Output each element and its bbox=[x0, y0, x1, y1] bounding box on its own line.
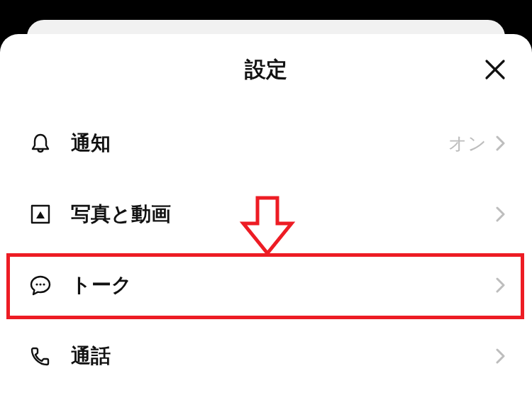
settings-list: 通知 オン 写真と動画 bbox=[0, 105, 532, 392]
svg-marker-3 bbox=[36, 211, 45, 218]
svg-point-5 bbox=[39, 283, 41, 285]
svg-point-4 bbox=[35, 283, 38, 285]
image-icon bbox=[28, 202, 52, 226]
settings-item-photos-videos[interactable]: 写真と動画 bbox=[0, 179, 532, 250]
settings-item-calls[interactable]: 通話 bbox=[0, 321, 532, 392]
close-icon bbox=[484, 59, 506, 80]
settings-item-talk[interactable]: トーク bbox=[0, 250, 532, 321]
close-button[interactable] bbox=[482, 57, 508, 82]
chevron-right-icon bbox=[494, 349, 508, 363]
settings-item-value: オン bbox=[448, 131, 487, 156]
bell-icon bbox=[28, 131, 52, 155]
svg-point-6 bbox=[43, 283, 45, 285]
settings-item-label: トーク bbox=[71, 272, 494, 299]
chevron-right-icon bbox=[494, 207, 508, 221]
chevron-right-icon bbox=[494, 136, 508, 150]
chat-icon bbox=[28, 273, 52, 297]
settings-item-label: 通話 bbox=[71, 343, 494, 370]
settings-item-label: 通知 bbox=[71, 130, 448, 157]
phone-icon bbox=[28, 344, 52, 368]
sheet-header: 設定 bbox=[0, 34, 532, 105]
settings-item-notifications[interactable]: 通知 オン bbox=[0, 108, 532, 179]
sheet-title: 設定 bbox=[245, 55, 287, 84]
settings-sheet: 設定 通知 オン bbox=[0, 34, 532, 410]
settings-item-label: 写真と動画 bbox=[71, 201, 494, 228]
chevron-right-icon bbox=[494, 278, 508, 292]
